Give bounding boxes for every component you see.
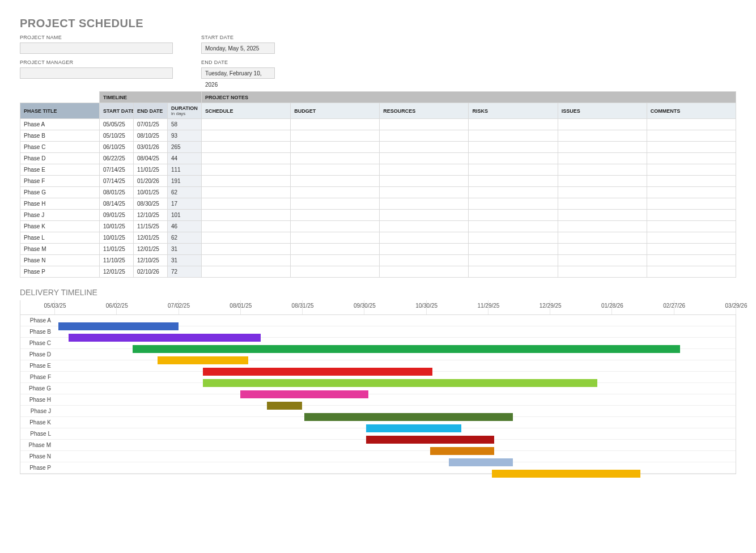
cell-resources[interactable] <box>380 232 469 244</box>
table-row[interactable]: Phase K10/01/2511/15/2546 <box>20 221 736 232</box>
cell-issues[interactable] <box>558 153 647 164</box>
cell-resources[interactable] <box>380 244 469 255</box>
cell-risks[interactable] <box>469 210 558 221</box>
table-row[interactable]: Phase B05/10/2508/10/2593 <box>20 130 736 142</box>
cell-risks[interactable] <box>469 176 558 187</box>
cell-budget[interactable] <box>291 232 380 244</box>
cell-comments[interactable] <box>647 130 736 142</box>
cell-schedule[interactable] <box>202 187 291 198</box>
cell-risks[interactable] <box>469 221 558 232</box>
cell-comments[interactable] <box>647 187 736 198</box>
cell-budget[interactable] <box>291 266 380 278</box>
cell-schedule[interactable] <box>202 232 291 244</box>
cell-budget[interactable] <box>291 176 380 187</box>
cell-risks[interactable] <box>469 119 558 130</box>
cell-budget[interactable] <box>291 210 380 221</box>
cell-schedule[interactable] <box>202 255 291 266</box>
table-row[interactable]: Phase J09/01/2512/10/25101 <box>20 210 736 221</box>
cell-resources[interactable] <box>380 142 469 153</box>
cell-budget[interactable] <box>291 130 380 142</box>
cell-risks[interactable] <box>469 255 558 266</box>
cell-resources[interactable] <box>380 221 469 232</box>
cell-issues[interactable] <box>558 119 647 130</box>
table-row[interactable]: Phase G08/01/2510/01/2562 <box>20 187 736 198</box>
cell-budget[interactable] <box>291 187 380 198</box>
cell-issues[interactable] <box>558 176 647 187</box>
cell-resources[interactable] <box>380 187 469 198</box>
table-row[interactable]: Phase E07/14/2511/01/25111 <box>20 164 736 176</box>
cell-schedule[interactable] <box>202 266 291 278</box>
cell-comments[interactable] <box>647 164 736 176</box>
cell-issues[interactable] <box>558 198 647 210</box>
cell-comments[interactable] <box>647 119 736 130</box>
cell-resources[interactable] <box>380 176 469 187</box>
cell-schedule[interactable] <box>202 176 291 187</box>
cell-risks[interactable] <box>469 244 558 255</box>
cell-resources[interactable] <box>380 198 469 210</box>
cell-comments[interactable] <box>647 221 736 232</box>
cell-schedule[interactable] <box>202 198 291 210</box>
cell-schedule[interactable] <box>202 164 291 176</box>
cell-budget[interactable] <box>291 198 380 210</box>
cell-resources[interactable] <box>380 153 469 164</box>
cell-budget[interactable] <box>291 221 380 232</box>
cell-comments[interactable] <box>647 232 736 244</box>
cell-resources[interactable] <box>380 130 469 142</box>
table-row[interactable]: Phase C06/10/2503/01/26265 <box>20 142 736 153</box>
cell-comments[interactable] <box>647 142 736 153</box>
cell-resources[interactable] <box>380 164 469 176</box>
cell-issues[interactable] <box>558 221 647 232</box>
cell-schedule[interactable] <box>202 142 291 153</box>
cell-comments[interactable] <box>647 176 736 187</box>
table-row[interactable]: Phase A05/05/2507/01/2558 <box>20 119 736 130</box>
cell-resources[interactable] <box>380 210 469 221</box>
cell-comments[interactable] <box>647 210 736 221</box>
table-row[interactable]: Phase L10/01/2512/01/2562 <box>20 232 736 244</box>
table-row[interactable]: Phase F07/14/2501/20/26191 <box>20 176 736 187</box>
cell-budget[interactable] <box>291 244 380 255</box>
cell-risks[interactable] <box>469 130 558 142</box>
cell-resources[interactable] <box>380 266 469 278</box>
table-row[interactable]: Phase H08/14/2508/30/2517 <box>20 198 736 210</box>
cell-risks[interactable] <box>469 198 558 210</box>
cell-budget[interactable] <box>291 153 380 164</box>
cell-issues[interactable] <box>558 130 647 142</box>
cell-risks[interactable] <box>469 187 558 198</box>
cell-issues[interactable] <box>558 244 647 255</box>
cell-comments[interactable] <box>647 266 736 278</box>
cell-comments[interactable] <box>647 255 736 266</box>
cell-comments[interactable] <box>647 244 736 255</box>
cell-risks[interactable] <box>469 232 558 244</box>
cell-risks[interactable] <box>469 142 558 153</box>
cell-issues[interactable] <box>558 266 647 278</box>
cell-resources[interactable] <box>380 255 469 266</box>
cell-budget[interactable] <box>291 142 380 153</box>
cell-issues[interactable] <box>558 255 647 266</box>
cell-risks[interactable] <box>469 164 558 176</box>
cell-budget[interactable] <box>291 255 380 266</box>
cell-budget[interactable] <box>291 164 380 176</box>
project-manager-input[interactable] <box>20 67 173 79</box>
cell-schedule[interactable] <box>202 210 291 221</box>
cell-issues[interactable] <box>558 142 647 153</box>
cell-schedule[interactable] <box>202 130 291 142</box>
cell-issues[interactable] <box>558 232 647 244</box>
table-row[interactable]: Phase N11/10/2512/10/2531 <box>20 255 736 266</box>
cell-comments[interactable] <box>647 198 736 210</box>
cell-budget[interactable] <box>291 119 380 130</box>
table-row[interactable]: Phase D06/22/2508/04/2544 <box>20 153 736 164</box>
cell-issues[interactable] <box>558 187 647 198</box>
cell-risks[interactable] <box>469 266 558 278</box>
cell-comments[interactable] <box>647 153 736 164</box>
cell-issues[interactable] <box>558 164 647 176</box>
cell-schedule[interactable] <box>202 244 291 255</box>
table-row[interactable]: Phase P12/01/2502/10/2672 <box>20 266 736 278</box>
table-row[interactable]: Phase M11/01/2512/01/2531 <box>20 244 736 255</box>
cell-schedule[interactable] <box>202 221 291 232</box>
project-name-input[interactable] <box>20 42 173 54</box>
cell-schedule[interactable] <box>202 119 291 130</box>
cell-resources[interactable] <box>380 119 469 130</box>
cell-issues[interactable] <box>558 210 647 221</box>
cell-schedule[interactable] <box>202 153 291 164</box>
cell-risks[interactable] <box>469 153 558 164</box>
